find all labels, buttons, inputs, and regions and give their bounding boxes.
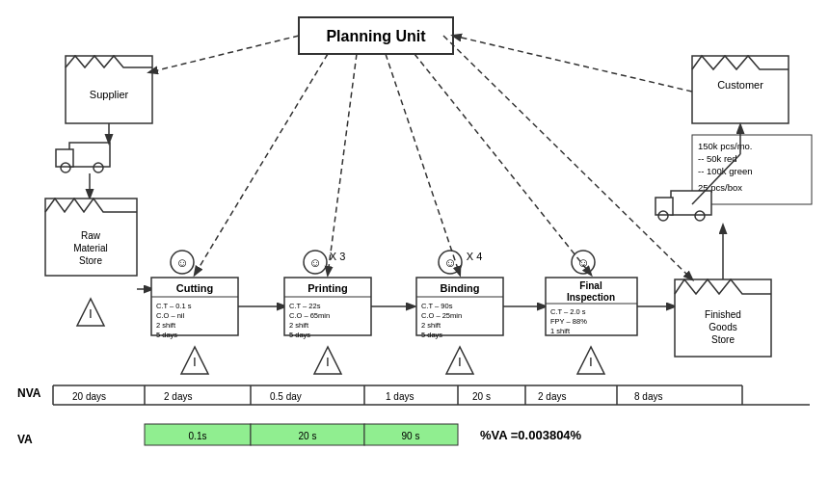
nva-time-4: 1 days [386, 391, 414, 402]
binding-shift: 2 shift [421, 321, 441, 330]
final-inspection-label-2: Inspection [567, 292, 615, 303]
raw-material-label-1: Raw [81, 230, 101, 241]
fgs-label-1: Finished [705, 309, 741, 320]
binding-multiplier: X 4 [467, 251, 483, 262]
cutting-days: 5 days [156, 331, 177, 339]
va-time-2: 20 s [299, 431, 317, 441]
customer-info-3: -- 100k green [698, 166, 753, 176]
svg-rect-39 [655, 198, 673, 215]
planning-unit-label: Planning Unit [326, 28, 426, 44]
customer-label: Customer [717, 79, 763, 91]
svg-text:☺: ☺ [308, 255, 321, 270]
binding-co: C.O – 25min [421, 311, 462, 320]
percent-va: %VA =0.003804% [480, 428, 582, 442]
binding-days: 5 days [421, 331, 442, 339]
nva-time-5: 20 s [472, 391, 491, 402]
svg-text:☺: ☺ [576, 255, 589, 270]
cutting-co: C.O – nil [156, 311, 185, 320]
fgs-label-2: Goods [709, 322, 736, 332]
printing-shift: 2 shift [289, 321, 309, 330]
va-time-3: 90 s [402, 431, 420, 441]
fi-triangle-i: I [589, 356, 592, 369]
raw-material-label-3: Store [79, 255, 102, 266]
cutting-ct: C.T – 0.1 s [156, 302, 192, 310]
cutting-triangle-i: I [193, 356, 196, 369]
printing-ct: C.T – 22s [289, 302, 321, 310]
svg-rect-5 [56, 149, 73, 167]
va-time-1: 0.1s [189, 431, 207, 441]
nva-label: NVA [17, 386, 41, 400]
cutting-label: Cutting [176, 282, 213, 294]
rms-triangle-i: I [89, 307, 92, 321]
binding-triangle-i: I [458, 356, 461, 369]
nva-time-1: 20 days [72, 391, 106, 402]
printing-days: 5 days [289, 331, 310, 339]
nva-time-2: 2 days [164, 391, 192, 402]
printing-multiplier: X 3 [330, 251, 346, 262]
binding-label: Binding [441, 282, 480, 294]
raw-material-label-2: Material [73, 243, 108, 253]
svg-rect-4 [69, 143, 110, 167]
printing-co: C.O – 65min [289, 311, 330, 320]
supplier-label: Supplier [90, 89, 129, 100]
va-label: VA [17, 433, 33, 446]
final-inspection-label-1: Final [579, 280, 602, 291]
fgs-label-3: Store [711, 334, 735, 345]
svg-rect-38 [671, 191, 711, 215]
printing-triangle-i: I [326, 356, 329, 369]
nva-time-6: 2 days [538, 391, 566, 402]
nva-time-3: 0.5 day [270, 391, 302, 402]
customer-info-2: -- 50k red [698, 153, 737, 164]
fi-fpy: FPY – 88% [550, 317, 587, 326]
cutting-shift: 2 shift [156, 321, 176, 330]
binding-ct: C.T – 90s [421, 302, 453, 310]
fi-ct: C.T – 2.0 s [550, 307, 586, 316]
canvas: Planning Unit Supplier Customer 150k pcs… [0, 0, 829, 504]
nva-time-7: 8 days [634, 391, 662, 402]
fi-shift: 1 shift [550, 327, 571, 335]
svg-text:☺: ☺ [175, 255, 188, 270]
printing-label: Printing [308, 282, 348, 294]
customer-info-1: 150k pcs/mo. [698, 141, 753, 151]
